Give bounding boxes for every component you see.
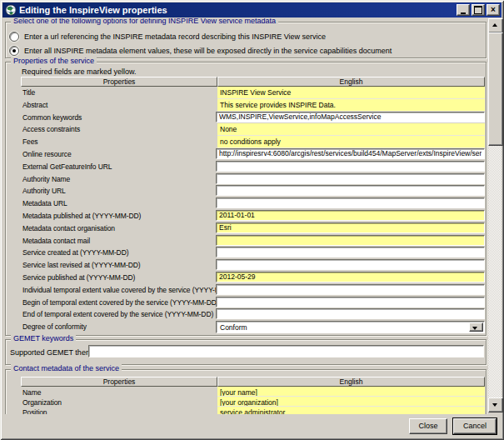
organization-value-cell[interactable]: [your organization] [217,397,485,406]
arrow-down-icon [492,403,497,407]
table-row: External GetFeatureInfo URL [21,161,485,173]
access-constraints-value: None [217,123,485,136]
table-row: Service last revised at (YYYY-MM-DD) [21,259,485,272]
cancel-button[interactable]: Cancel [453,418,497,434]
table-header: Properties English [21,377,485,387]
scrollbar[interactable] [488,18,502,412]
table-row: Access constraintsNone [21,123,485,136]
scroll-up-button[interactable] [488,18,503,33]
service-published-at-yyyy-mm-dd-input[interactable] [216,272,485,282]
service-published-at-yyyy-mm-dd-label: Service published at (YYYY-MM-DD) [21,272,217,284]
service-last-revised-at-yyyy-mm-dd-value [217,259,485,272]
column-header-english: English [217,77,485,87]
radio-option-1-label[interactable]: Enter a url referencing the INSPIRE meta… [24,32,326,41]
begin-of-temporal-extent-covered-by-the-service-yyyy-mm-dd-input[interactable] [216,297,485,308]
authority-url-input[interactable] [216,185,485,196]
metadata-url-input[interactable] [216,198,485,208]
degree-of-conformity-selected-value: Conform [220,322,247,332]
window-title: Editing the InspireView properties [19,5,457,15]
title-value-cell[interactable]: INSPIRE View Service [217,87,485,98]
radio-option-1[interactable] [9,32,19,42]
individual-temporal-extent-value-covered-by-the-service-yyyy-mm-dd-value [217,284,485,297]
table-row: Metadata URL [21,198,485,210]
metadata-contact-organisation-input[interactable] [216,222,485,233]
metadata-contact-mail-label: Metadata contact mail [21,235,217,248]
metadata-url-value [217,198,485,210]
common-keywords-label: Common keywords [21,112,217,124]
supported-gemet-themes-label: Supported GEMET themes [10,348,100,357]
contact-group: Contact metadata of the service Properti… [5,369,487,414]
online-resource-label: Online resource [21,148,217,161]
maximize-button[interactable] [472,4,485,16]
properties-group: Properties of the service Required field… [5,62,487,336]
metadata-contact-mail-input[interactable] [216,235,485,246]
access-constraints-value-cell[interactable]: None [217,123,485,135]
name-value: [your name] [217,387,485,397]
minimize-button[interactable] [457,4,470,16]
table-row: End of temporal extent covered by the se… [21,308,485,321]
supported-gemet-themes-input[interactable] [88,345,484,358]
gemet-row: Supported GEMET themes [6,340,486,364]
individual-temporal-extent-value-covered-by-the-service-yyyy-mm-dd-label: Individual temporal extent value covered… [21,284,217,297]
titlebar: Editing the InspireView properties × [2,2,502,18]
column-header-properties: Properties [21,77,217,87]
fees-value: no conditions apply [217,136,485,148]
close-dialog-button[interactable]: Close [409,418,447,434]
options-group: Select one of the following options for … [5,22,487,58]
service-last-revised-at-yyyy-mm-dd-label: Service last revised at (YYYY-MM-DD) [21,259,217,272]
table-row: Online resource [21,148,485,161]
properties-table-body: TitleINSPIRE View ServiceAbstractThis se… [21,87,485,333]
chevron-down-icon [472,327,477,330]
table-row: Individual temporal extent value covered… [21,284,485,297]
properties-group-label: Properties of the service [11,57,97,65]
option-row-2: Enter all INSPIRE metadata element value… [9,43,486,58]
column-header-properties: Properties [21,377,217,387]
online-resource-input[interactable] [216,148,485,159]
abstract-label: Abstract [21,99,217,112]
table-row: Service published at (YYYY-MM-DD) [21,272,485,284]
organization-label: Organization [21,397,217,407]
name-value-cell[interactable]: [your name] [217,387,485,396]
external-getfeatureinfo-url-label: External GetFeatureInfo URL [21,161,217,173]
abstract-value: This service provides INSPIRE Data. [217,99,485,112]
scroll-thumb[interactable] [488,32,503,146]
options-group-label: Select one of the following options for … [11,18,278,25]
arrow-up-icon [492,23,497,27]
end-of-temporal-extent-covered-by-the-service-yyyy-mm-dd-value [217,308,485,321]
metadata-published-at-yyyy-mm-dd-value [217,210,485,222]
begin-of-temporal-extent-covered-by-the-service-yyyy-mm-dd-value [217,297,485,309]
access-constraints-label: Access constraints [21,123,217,136]
titlebar-buttons: × [457,4,500,16]
table-row: TitleINSPIRE View Service [21,87,485,99]
begin-of-temporal-extent-covered-by-the-service-yyyy-mm-dd-label: Begin of temporal extent covered by the … [21,297,217,309]
individual-temporal-extent-value-covered-by-the-service-yyyy-mm-dd-input[interactable] [216,284,485,295]
service-last-revised-at-yyyy-mm-dd-input[interactable] [216,259,485,270]
degree-of-conformity-select[interactable]: Conform [216,321,485,333]
scroll-down-button[interactable] [488,398,503,412]
minimize-icon [461,12,466,14]
fees-value-cell[interactable]: no conditions apply [217,136,485,148]
position-label: Position [21,407,217,414]
abstract-value-cell[interactable]: This service provides INSPIRE Data. [217,99,485,111]
table-row: Authority Name [21,173,485,186]
close-button[interactable]: × [487,4,500,16]
metadata-contact-organisation-value [217,222,485,235]
metadata-url-label: Metadata URL [21,198,217,210]
external-getfeatureinfo-url-input[interactable] [216,161,485,172]
radio-option-2-label[interactable]: Enter all INSPIRE metadata element value… [24,47,392,55]
end-of-temporal-extent-covered-by-the-service-yyyy-mm-dd-input[interactable] [216,308,485,319]
external-getfeatureinfo-url-value [217,161,485,173]
authority-name-input[interactable] [216,173,485,184]
properties-table: Properties English TitleINSPIRE View Ser… [21,77,485,333]
combo-dropdown-button[interactable] [469,322,483,332]
radio-option-2[interactable] [9,46,19,56]
service-created-at-yyyy-mm-dd-input[interactable] [216,247,485,258]
metadata-published-at-yyyy-mm-dd-input[interactable] [216,210,485,221]
position-value-cell[interactable]: service administrator [217,407,485,414]
common-keywords-input[interactable] [216,112,485,122]
required-fields-note: Required fields are marked yellow. [22,68,486,76]
authority-name-value [217,173,485,186]
close-icon: × [491,6,496,14]
online-resource-value [217,148,485,161]
service-published-at-yyyy-mm-dd-value [217,272,485,284]
